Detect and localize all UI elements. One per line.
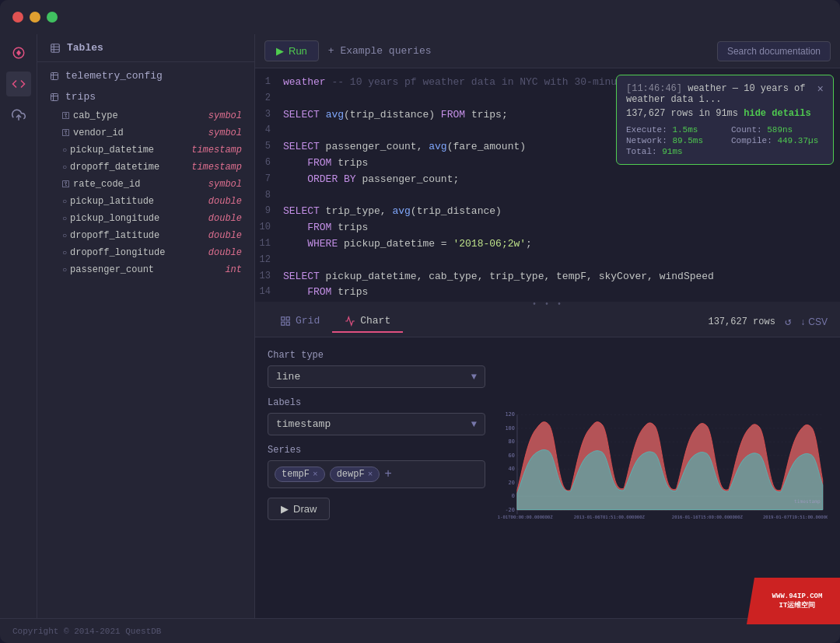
- chevron-down-icon: ▼: [471, 372, 477, 383]
- notif-rows-info: 137,627 rows in 91ms hide details: [626, 108, 824, 119]
- chart-svg-area: 120 100 80 60 40 20 0 -20: [498, 350, 828, 606]
- chevron-down-icon-2: ▼: [471, 419, 477, 430]
- download-icon: ↓: [800, 316, 805, 327]
- notification-popup: [11:46:46] weather — 10 years of weather…: [616, 75, 834, 165]
- svg-text:-20: -20: [505, 507, 514, 513]
- field-pickup-datetime[interactable]: ○pickup_datetime timestamp: [37, 142, 254, 159]
- chart-type-label: Chart type: [268, 350, 485, 361]
- code-line-13: 13 SELECT pickup_datetime, cab_type, tri…: [255, 269, 840, 285]
- close-button[interactable]: [12, 12, 23, 23]
- svg-rect-6: [51, 72, 58, 79]
- run-play-icon: ▶: [276, 45, 284, 57]
- traffic-lights: [12, 12, 58, 23]
- editor-toolbar: ▶ Run + Example queries Search documenta…: [255, 34, 840, 68]
- svg-rect-12: [282, 316, 285, 320]
- svg-text:60: 60: [509, 453, 515, 459]
- bottom-panel: Grid Chart 137,627 rows ↺ ↓ CSV: [255, 306, 840, 618]
- execute-stat: Execute: 1.5ms: [626, 125, 719, 135]
- series-tag-dewpF[interactable]: dewpF ×: [330, 467, 380, 482]
- tab-chart[interactable]: Chart: [332, 310, 403, 333]
- code-line-7: 7 ORDER BY passenger_count;: [255, 172, 840, 188]
- code-line-8: 8: [255, 188, 840, 204]
- field-cab-type[interactable]: ⚿cab_type symbol: [37, 107, 254, 124]
- chart-type-select[interactable]: line ▼: [268, 365, 485, 388]
- svg-text:2016-01-16T15:00:00.000000Z: 2016-01-16T15:00:00.000000Z: [672, 515, 744, 520]
- remove-dewpF-icon[interactable]: ×: [368, 470, 373, 479]
- tab-grid[interactable]: Grid: [268, 310, 332, 333]
- svg-text:20: 20: [509, 480, 515, 486]
- example-queries-button[interactable]: + Example queries: [328, 45, 432, 57]
- table-item-trips[interactable]: trips: [37, 86, 254, 107]
- app-window: Tables telemetry_config: [0, 0, 840, 643]
- labels-group: Labels timestamp ▼: [268, 397, 485, 435]
- field-pickup-lon[interactable]: ○pickup_longitude double: [37, 210, 254, 227]
- series-tag-tempF[interactable]: tempF ×: [275, 467, 325, 482]
- field-passenger-count[interactable]: ○passenger_count int: [37, 261, 254, 278]
- bottom-toolbar: Grid Chart 137,627 rows ↺ ↓ CSV: [255, 306, 840, 337]
- svg-text:2013-01-06T01:51:00.000000Z: 2013-01-06T01:51:00.000000Z: [574, 515, 646, 520]
- logo-button[interactable]: [6, 40, 31, 65]
- series-container: tempF × dewpF × +: [268, 460, 485, 488]
- field-dropoff-lon[interactable]: ○dropoff_longitude double: [37, 244, 254, 261]
- tables-label: Tables: [67, 42, 103, 54]
- watermark: WWW.94IP.COM IT运维空间: [747, 578, 840, 624]
- chart-panel: Chart type line ▼ Labels timestamp ▼: [255, 337, 840, 618]
- chart-svg: 120 100 80 60 40 20 0 -20: [498, 350, 828, 606]
- telemetry-table-name: telemetry_config: [65, 70, 163, 82]
- trips-fields: ⚿cab_type symbol ⚿vendor_id symbol ○pick…: [37, 107, 254, 278]
- tab-grid-label: Grid: [296, 315, 320, 327]
- rows-info: 137,627 rows ↺ ↓ CSV: [708, 315, 828, 328]
- svg-rect-2: [51, 44, 60, 52]
- notif-timestamp: [11:46:46]: [626, 83, 688, 94]
- rows-count: 137,627 rows: [708, 316, 775, 327]
- csv-download-button[interactable]: ↓ CSV: [800, 316, 828, 327]
- svg-text:40: 40: [509, 466, 515, 472]
- series-label: Series: [268, 445, 485, 456]
- code-editor[interactable]: 1 weather -- 10 years pf weather data in…: [255, 68, 840, 302]
- add-series-button[interactable]: +: [384, 468, 392, 481]
- tables-header: Tables: [37, 34, 254, 62]
- copyright-text: Copyright © 2014-2021 QuestDB: [12, 627, 161, 636]
- field-rate-code-id[interactable]: ⚿rate_code_id symbol: [37, 176, 254, 193]
- svg-rect-15: [286, 322, 289, 325]
- svg-text:2019-01-07T19:51:00.000000Z: 2019-01-07T19:51:00.000000Z: [763, 515, 828, 520]
- chart-type-group: Chart type line ▼: [268, 350, 485, 388]
- notif-stats: Execute: 1.5ms Count: 589ns Network: 89.…: [626, 125, 824, 156]
- main-layout: Tables telemetry_config: [0, 34, 840, 618]
- compile-stat: Compile: 449.37µs: [731, 136, 824, 145]
- svg-text:timestamp: timestamp: [794, 498, 821, 505]
- example-queries-label: + Example queries: [328, 45, 432, 57]
- code-line-14: 14 FROM trips: [255, 285, 840, 301]
- code-line-15: 15 ASOF JOIN weather: [255, 301, 840, 302]
- svg-text:80: 80: [509, 439, 515, 445]
- svg-rect-14: [282, 322, 285, 325]
- series-group: Series tempF × dewpF × +: [268, 445, 485, 488]
- minimize-button[interactable]: [30, 12, 40, 23]
- run-button[interactable]: ▶ Run: [264, 40, 319, 61]
- field-pickup-lat[interactable]: ○pickup_latitude double: [37, 193, 254, 210]
- draw-play-icon: ▶: [281, 503, 289, 515]
- code-editor-button[interactable]: [6, 72, 31, 96]
- table-item-telemetry[interactable]: telemetry_config: [37, 65, 254, 86]
- maximize-button[interactable]: [47, 12, 58, 23]
- svg-text:100: 100: [505, 425, 514, 432]
- title-bar: [0, 0, 840, 34]
- svg-text:0: 0: [512, 493, 515, 499]
- field-vendor-id[interactable]: ⚿vendor_id symbol: [37, 124, 254, 142]
- labels-select[interactable]: timestamp ▼: [268, 413, 485, 435]
- trips-table-name: trips: [65, 91, 96, 103]
- hide-details-link[interactable]: hide details: [744, 108, 810, 119]
- search-docs-button[interactable]: Search documentation: [717, 41, 831, 61]
- upload-button[interactable]: [6, 103, 31, 128]
- notif-header: [11:46:46] weather — 10 years of weather…: [626, 83, 824, 105]
- notif-close-button[interactable]: ×: [817, 83, 824, 96]
- code-line-9: 9 SELECT trip_type, avg(trip_distance): [255, 204, 840, 220]
- svg-rect-13: [286, 316, 289, 320]
- left-panel: Tables telemetry_config: [37, 34, 255, 618]
- remove-tempF-icon[interactable]: ×: [313, 470, 318, 479]
- refresh-button[interactable]: ↺: [785, 315, 791, 328]
- field-dropoff-datetime[interactable]: ○dropoff_datetime timestamp: [37, 159, 254, 176]
- field-dropoff-lat[interactable]: ○dropoff_latitude double: [37, 227, 254, 244]
- draw-button[interactable]: ▶ Draw: [268, 498, 330, 520]
- count-stat: Count: 589ns: [731, 125, 824, 135]
